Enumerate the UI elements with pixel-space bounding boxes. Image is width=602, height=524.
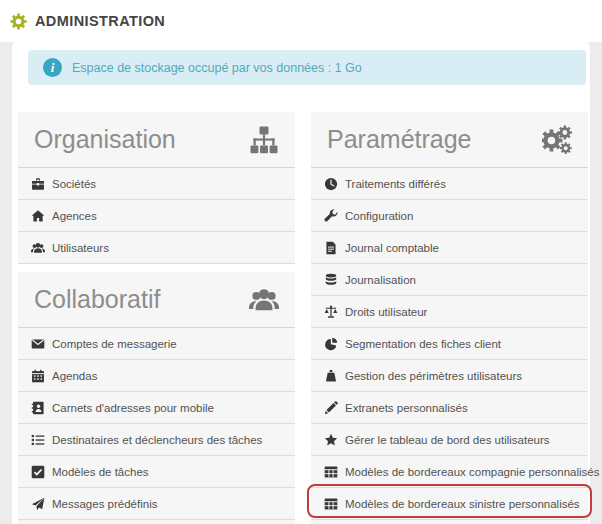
cogs-icon bbox=[542, 125, 572, 155]
envelope-icon bbox=[30, 337, 45, 351]
paper-plane-icon bbox=[30, 497, 45, 511]
menu-item[interactable]: Modèles de bordereaux compagnie personna… bbox=[311, 456, 588, 488]
weight-icon bbox=[323, 369, 338, 383]
menu-item[interactable]: Extranets personnalisés bbox=[311, 392, 588, 424]
menu-item-label: Carnets d'adresses pour mobile bbox=[52, 402, 214, 414]
users-group-icon bbox=[249, 285, 279, 315]
panel-collaboratif: Collaboratif Comptes de messagerie Agend… bbox=[18, 272, 295, 524]
page-header: ADMINISTRATION bbox=[0, 0, 602, 42]
menu-item[interactable]: Messages prédéfinis bbox=[18, 488, 295, 520]
balance-scale-icon bbox=[323, 305, 338, 319]
page-title: ADMINISTRATION bbox=[35, 13, 165, 29]
panel-collaboratif-header: Collaboratif bbox=[18, 272, 295, 328]
menu-item[interactable]: Droits utilisateur bbox=[311, 296, 588, 328]
menu-list-organisation: Sociétés Agences Utilisateurs bbox=[18, 168, 295, 264]
menu-item[interactable]: Destinataires et déclencheurs des tâches bbox=[18, 424, 295, 456]
home-icon bbox=[30, 209, 45, 223]
menu-item-label: Destinataires et déclencheurs des tâches bbox=[52, 434, 262, 446]
menu-item-label: Modèles de bordereaux sinistre personnal… bbox=[345, 498, 580, 510]
menu-item-label: Configuration bbox=[345, 210, 413, 222]
menu-item[interactable]: Gérer le tableau de bord des utilisateur… bbox=[311, 424, 588, 456]
panel-parametrage: Paramétrage Traitements différés Configu… bbox=[311, 112, 588, 524]
menu-list-parametrage: Traitements différés Configuration Journ… bbox=[311, 168, 588, 520]
file-invoice-icon bbox=[323, 241, 338, 255]
panel-parametrage-header: Paramétrage bbox=[311, 112, 588, 168]
table-icon bbox=[323, 465, 338, 479]
menu-item[interactable]: Segmentation des fiches client bbox=[311, 328, 588, 360]
menu-item-label: Modèles de tâches bbox=[52, 466, 149, 478]
menu-item-label: Utilisateurs bbox=[52, 242, 109, 254]
sitemap-icon bbox=[249, 125, 279, 155]
briefcase-icon bbox=[30, 177, 45, 191]
menu-item-label: Journal comptable bbox=[345, 242, 439, 254]
list-icon bbox=[30, 433, 45, 447]
menu-item[interactable]: Gestion des périmètres utilisateurs bbox=[311, 360, 588, 392]
menu-item[interactable]: Carnets d'adresses pour mobile bbox=[18, 392, 295, 424]
menu-item[interactable]: Modèles de bordereaux sinistre personnal… bbox=[311, 488, 588, 520]
panel-title: Collaboratif bbox=[34, 285, 160, 314]
menu-item[interactable]: Journal comptable bbox=[311, 232, 588, 264]
panel-title: Organisation bbox=[34, 125, 176, 154]
chart-pie-icon bbox=[323, 337, 338, 351]
database-icon bbox=[323, 273, 338, 287]
menu-item[interactable]: Sociétés bbox=[18, 168, 295, 200]
menu-item-label: Modèles de bordereaux compagnie personna… bbox=[345, 466, 599, 478]
menu-item-label: Gérer le tableau de bord des utilisateur… bbox=[345, 434, 550, 446]
users-icon bbox=[30, 241, 45, 255]
content-card: i Espace de stockage occupé par vos donn… bbox=[12, 42, 590, 524]
panel-organisation: Organisation Sociétés Agences bbox=[18, 112, 295, 264]
menu-item-label: Comptes de messagerie bbox=[52, 338, 177, 350]
menu-item[interactable]: Agendas bbox=[18, 360, 295, 392]
panel-organisation-header: Organisation bbox=[18, 112, 295, 168]
menu-item[interactable]: Journalisation bbox=[311, 264, 588, 296]
table-icon bbox=[323, 497, 338, 511]
admin-gear-icon bbox=[10, 13, 27, 30]
star-icon bbox=[323, 433, 338, 447]
menu-item[interactable]: Traitements différés bbox=[311, 168, 588, 200]
calendar-icon bbox=[30, 369, 45, 383]
menu-item[interactable]: Modèles de tâches bbox=[18, 456, 295, 488]
menu-item[interactable]: Comptes de messagerie bbox=[18, 328, 295, 360]
admin-page: ADMINISTRATION i Espace de stockage occu… bbox=[0, 0, 602, 524]
menu-item-label: Journalisation bbox=[345, 274, 416, 286]
check-square-icon bbox=[30, 465, 45, 479]
address-book-icon bbox=[30, 401, 45, 415]
panel-title: Paramétrage bbox=[327, 125, 472, 154]
menu-item-label: Extranets personnalisés bbox=[345, 402, 468, 414]
info-icon: i bbox=[43, 58, 62, 77]
menu-item-label: Droits utilisateur bbox=[345, 306, 427, 318]
menu-item-label: Agences bbox=[52, 210, 97, 222]
storage-info-banner: i Espace de stockage occupé par vos donn… bbox=[28, 50, 586, 85]
storage-info-text: Espace de stockage occupé par vos donnée… bbox=[72, 61, 362, 75]
menu-item[interactable]: Configuration bbox=[311, 200, 588, 232]
menu-item[interactable]: Agences bbox=[18, 200, 295, 232]
menu-item-label: Gestion des périmètres utilisateurs bbox=[345, 370, 522, 382]
menu-item[interactable]: Utilisateurs bbox=[18, 232, 295, 264]
menu-item-label: Agendas bbox=[52, 370, 97, 382]
menu-list-collaboratif: Comptes de messagerie Agendas Carnets d'… bbox=[18, 328, 295, 520]
menu-item-label: Sociétés bbox=[52, 178, 96, 190]
wrench-icon bbox=[323, 209, 338, 223]
clock-icon bbox=[323, 177, 338, 191]
menu-item-label: Messages prédéfinis bbox=[52, 498, 157, 510]
menu-item-label: Segmentation des fiches client bbox=[345, 338, 501, 350]
pencil-icon bbox=[323, 401, 338, 415]
menu-item-label: Traitements différés bbox=[345, 178, 446, 190]
